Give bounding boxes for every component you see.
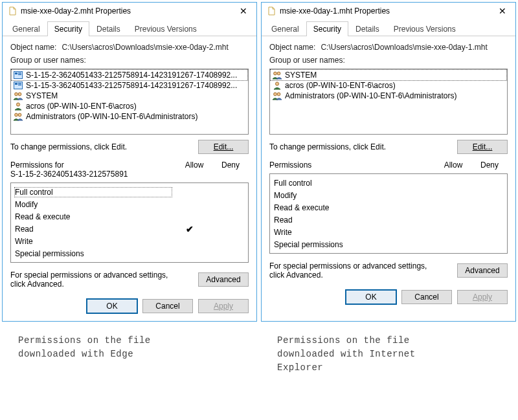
permission-row[interactable]: Full control	[274, 177, 503, 189]
svg-rect-5	[15, 83, 17, 85]
tab-security[interactable]: Security	[47, 21, 89, 36]
svg-point-9	[18, 93, 21, 96]
list-item[interactable]: Administrators (0P-WIN-10-ENT-6\Administ…	[271, 91, 506, 101]
tab-strip: GeneralSecurityDetailsPrevious Versions	[262, 21, 515, 36]
file-icon	[267, 6, 276, 16]
object-path: C:\Users\acros\Downloads\msie-xxe-0day-1…	[321, 43, 487, 52]
permission-name: Full control	[15, 188, 172, 197]
permission-row[interactable]: Modify	[274, 189, 503, 201]
principal-name: acros (0P-WIN-10-ENT-6\acros)	[285, 81, 396, 90]
svg-rect-3	[18, 74, 21, 76]
tab-details[interactable]: Details	[89, 21, 128, 36]
object-name-label: Object name:	[269, 43, 315, 52]
window-title: msie-xxe-0day-2.mht Properties	[21, 6, 236, 16]
permission-name: Modify	[15, 200, 172, 209]
caption-left: Permissions on the file downloaded with …	[0, 324, 259, 375]
principal-name: Administrators (0P-WIN-10-ENT-6\Administ…	[285, 91, 456, 100]
tab-security[interactable]: Security	[306, 21, 348, 36]
permission-row[interactable]: Read & execute	[274, 201, 503, 214]
svg-rect-6	[18, 83, 21, 84]
file-icon	[8, 6, 17, 16]
tab-strip: GeneralSecurityDetailsPrevious Versions	[3, 21, 256, 36]
svg-point-10	[16, 103, 19, 106]
svg-point-17	[277, 93, 280, 96]
deny-column-header: Deny	[471, 160, 508, 170]
window-title: msie-xxe-0day-1.mht Properties	[280, 6, 495, 16]
permission-row[interactable]: Write	[15, 235, 244, 247]
advanced-hint: For special permissions or advanced sett…	[269, 261, 438, 280]
svg-rect-7	[18, 85, 21, 86]
edit-button[interactable]: Edit...	[457, 140, 508, 154]
list-item[interactable]: acros (0P-WIN-10-ENT-6\acros)	[12, 101, 247, 111]
cancel-button[interactable]: Cancel	[142, 299, 193, 313]
tab-general[interactable]: General	[264, 21, 306, 36]
permission-row[interactable]: Read✔	[15, 223, 244, 235]
principal-name: acros (0P-WIN-10-ENT-6\acros)	[26, 102, 137, 111]
permissions-list[interactable]: Full controlModifyRead & executeRead✔Wri…	[10, 182, 249, 263]
permission-row[interactable]: Full control	[15, 186, 244, 198]
permission-row[interactable]: Write	[274, 226, 503, 238]
user-icon	[13, 102, 23, 111]
group-user-names-label: Group or user names:	[10, 56, 249, 65]
svg-point-14	[277, 72, 280, 75]
object-name-label: Object name:	[10, 43, 56, 52]
apply-button[interactable]: Apply	[457, 290, 508, 304]
permission-row[interactable]: Read & execute	[15, 210, 244, 223]
permissions-list[interactable]: Full controlModifyRead & executeReadWrit…	[269, 173, 508, 254]
tab-details[interactable]: Details	[348, 21, 387, 36]
principal-name: SYSTEM	[26, 91, 58, 100]
titlebar[interactable]: msie-xxe-0day-2.mht Properties✕	[3, 3, 256, 19]
principal-name: SYSTEM	[285, 71, 317, 80]
svg-point-13	[274, 72, 277, 75]
permission-name: Read	[15, 225, 172, 234]
tab-previous-versions[interactable]: Previous Versions	[387, 21, 463, 36]
permission-name: Special permissions	[274, 240, 431, 249]
svg-point-11	[15, 113, 18, 116]
permissions-for-label: Permissions for S-1-15-2-3624051433-2125…	[10, 160, 176, 179]
svg-point-16	[274, 93, 277, 96]
principal-name: Administrators (0P-WIN-10-ENT-6\Administ…	[26, 112, 197, 121]
user-icon	[272, 81, 282, 90]
list-item[interactable]: SYSTEM	[12, 91, 247, 101]
ok-button[interactable]: OK	[87, 299, 137, 313]
group-user-names-label: Group or user names:	[269, 56, 508, 65]
permission-name: Read & execute	[15, 212, 172, 221]
advanced-hint: For special permissions or advanced sett…	[10, 271, 179, 289]
permission-row[interactable]: Modify	[15, 198, 244, 210]
svg-rect-2	[18, 72, 21, 74]
list-item[interactable]: S-1-15-3-3624051433-2125758914-142319126…	[12, 80, 247, 91]
svg-rect-1	[15, 72, 17, 74]
deny-column-header: Deny	[212, 160, 249, 179]
cancel-button[interactable]: Cancel	[401, 290, 452, 304]
group-icon	[272, 91, 282, 100]
ok-button[interactable]: OK	[346, 290, 396, 304]
edit-button[interactable]: Edit...	[198, 140, 249, 154]
principals-list[interactable]: S-1-15-2-3624051433-2125758914-142319126…	[10, 69, 249, 135]
list-item[interactable]: acros (0P-WIN-10-ENT-6\acros)	[271, 80, 506, 91]
permission-row[interactable]: Special permissions	[274, 238, 503, 250]
tab-previous-versions[interactable]: Previous Versions	[128, 21, 204, 36]
permission-name: Read	[274, 216, 431, 225]
advanced-button[interactable]: Advanced	[457, 263, 508, 278]
close-icon[interactable]: ✕	[236, 6, 251, 16]
advanced-button[interactable]: Advanced	[198, 272, 249, 287]
apply-button[interactable]: Apply	[198, 299, 249, 313]
permissions-for-label: Permissions	[269, 160, 435, 170]
permission-name: Modify	[274, 191, 431, 200]
permission-row[interactable]: Read	[274, 214, 503, 226]
titlebar[interactable]: msie-xxe-0day-1.mht Properties✕	[262, 3, 515, 19]
svg-point-12	[18, 113, 21, 116]
list-item[interactable]: SYSTEM	[271, 70, 506, 80]
principals-list[interactable]: SYSTEMacros (0P-WIN-10-ENT-6\acros)Admin…	[269, 69, 508, 135]
group-icon	[13, 112, 23, 121]
edit-hint: To change permissions, click Edit.	[269, 142, 386, 151]
list-item[interactable]: S-1-15-2-3624051433-2125758914-142319126…	[12, 70, 247, 80]
list-item[interactable]: Administrators (0P-WIN-10-ENT-6\Administ…	[12, 111, 247, 122]
close-icon[interactable]: ✕	[495, 6, 510, 16]
properties-dialog: msie-xxe-0day-2.mht Properties✕GeneralSe…	[2, 2, 257, 322]
tab-general[interactable]: General	[5, 21, 47, 36]
permission-name: Write	[274, 228, 431, 237]
permission-row[interactable]: Special permissions	[15, 247, 244, 260]
group-icon	[13, 91, 23, 100]
permission-name: Full control	[274, 179, 431, 188]
